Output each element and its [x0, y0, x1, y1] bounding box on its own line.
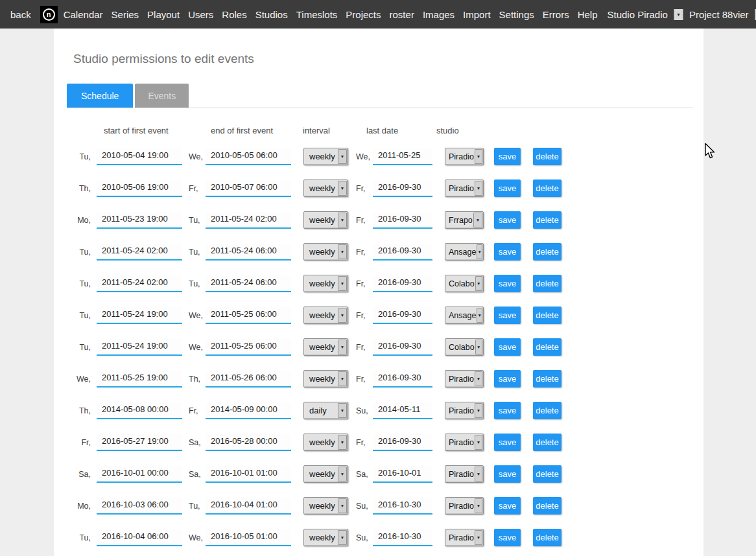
nav-item-calendar[interactable]: Calendar [64, 9, 103, 20]
end-input[interactable] [206, 498, 291, 515]
last-date-input[interactable] [373, 371, 432, 388]
delete-button[interactable]: delete [533, 338, 561, 356]
back-link[interactable]: back [0, 9, 40, 20]
save-button[interactable]: save [494, 275, 521, 292]
interval-select[interactable]: weekly ▼ [303, 180, 348, 197]
tab-schedule[interactable]: Schedule [67, 84, 133, 108]
save-button[interactable]: save [494, 148, 521, 165]
start-input[interactable] [97, 244, 182, 261]
last-date-input[interactable] [373, 529, 432, 546]
delete-button[interactable]: delete [533, 148, 561, 165]
start-input[interactable] [97, 275, 182, 292]
end-input[interactable] [206, 212, 291, 229]
interval-select[interactable]: weekly ▼ [303, 275, 348, 292]
studio-select[interactable]: Piradio ▼ [445, 529, 484, 546]
interval-select[interactable]: weekly ▼ [303, 307, 348, 324]
studio-select[interactable]: Piradio ▼ [445, 465, 484, 483]
save-button[interactable]: save [494, 338, 521, 356]
nav-item-roles[interactable]: Roles [222, 9, 246, 20]
last-date-input[interactable] [373, 307, 432, 324]
studio-select[interactable]: Piradio ▼ [445, 402, 484, 419]
delete-button[interactable]: delete [533, 211, 561, 229]
last-date-input[interactable] [373, 498, 432, 515]
end-input[interactable] [206, 180, 291, 197]
studio-select[interactable]: Colabo ▼ [445, 338, 484, 356]
start-input[interactable] [97, 307, 182, 324]
nav-item-import[interactable]: Import [463, 9, 491, 20]
end-input[interactable] [206, 307, 291, 324]
tab-events[interactable]: Events [135, 84, 189, 108]
nav-item-timeslots[interactable]: Timeslots [296, 9, 338, 20]
studio-select[interactable]: Piradio ▼ [445, 180, 484, 197]
start-input[interactable] [97, 466, 182, 483]
end-input[interactable] [206, 434, 291, 451]
save-button[interactable]: save [494, 402, 521, 419]
interval-select[interactable]: weekly ▼ [303, 211, 348, 229]
interval-select[interactable]: weekly ▼ [303, 497, 348, 515]
save-button[interactable]: save [494, 529, 521, 546]
save-button[interactable]: save [494, 307, 521, 324]
end-input[interactable] [206, 244, 291, 261]
chevron-down-icon[interactable]: ▼ [674, 9, 683, 20]
interval-select[interactable]: daily ▼ [303, 402, 348, 419]
save-button[interactable]: save [494, 434, 521, 451]
last-date-input[interactable] [373, 339, 432, 356]
delete-button[interactable]: delete [533, 243, 561, 261]
interval-select[interactable]: weekly ▼ [303, 434, 348, 451]
delete-button[interactable]: delete [533, 370, 561, 388]
delete-button[interactable]: delete [533, 307, 561, 324]
save-button[interactable]: save [494, 180, 521, 197]
nav-item-settings[interactable]: Settings [499, 9, 534, 20]
studio-select[interactable]: Piradio ▼ [445, 497, 484, 515]
interval-select[interactable]: weekly ▼ [303, 465, 348, 483]
start-input[interactable] [97, 402, 182, 419]
end-input[interactable] [206, 371, 291, 388]
save-button[interactable]: save [494, 211, 521, 229]
interval-select[interactable]: weekly ▼ [303, 338, 348, 356]
last-date-input[interactable] [373, 466, 432, 483]
start-input[interactable] [97, 180, 182, 197]
studio-select[interactable]: Piradio ▼ [445, 434, 484, 451]
nav-item-errors[interactable]: Errors [543, 9, 569, 20]
end-input[interactable] [206, 466, 291, 483]
last-date-input[interactable] [373, 275, 432, 292]
studio-nav-select[interactable]: Studio Piradio ▼ [602, 9, 683, 20]
nav-item-series[interactable]: Series [112, 9, 139, 20]
start-input[interactable] [97, 212, 182, 229]
save-button[interactable]: save [494, 497, 521, 515]
end-input[interactable] [206, 339, 291, 356]
start-input[interactable] [97, 371, 182, 388]
save-button[interactable]: save [494, 370, 521, 388]
nav-item-playout[interactable]: Playout [147, 9, 180, 20]
interval-select[interactable]: weekly ▼ [303, 529, 348, 546]
nav-item-roster[interactable]: roster [390, 9, 414, 20]
studio-select[interactable]: Piradio ▼ [445, 148, 484, 165]
piradio-logo-icon[interactable]: n [40, 6, 58, 23]
studio-select[interactable]: Colabo ▼ [445, 275, 484, 292]
studio-select[interactable]: Ansage ▼ [445, 243, 484, 261]
start-input[interactable] [97, 434, 182, 451]
nav-item-studios[interactable]: Studios [255, 9, 288, 20]
save-button[interactable]: save [494, 243, 521, 261]
delete-button[interactable]: delete [533, 180, 561, 197]
end-input[interactable] [206, 529, 291, 546]
last-date-input[interactable] [373, 148, 432, 165]
studio-select[interactable]: Frrapo ▼ [445, 211, 484, 229]
delete-button[interactable]: delete [533, 497, 561, 515]
delete-button[interactable]: delete [533, 465, 561, 483]
studio-select[interactable]: Piradio ▼ [445, 370, 484, 388]
interval-select[interactable]: weekly ▼ [303, 243, 348, 261]
interval-select[interactable]: weekly ▼ [303, 370, 348, 388]
project-nav-select[interactable]: Project 88vier ▼ [683, 9, 756, 20]
nav-item-projects[interactable]: Projects [346, 9, 381, 20]
last-date-input[interactable] [373, 212, 432, 229]
end-input[interactable] [206, 275, 291, 292]
end-input[interactable] [206, 148, 291, 165]
start-input[interactable] [97, 339, 182, 356]
start-input[interactable] [97, 498, 182, 515]
delete-button[interactable]: delete [533, 529, 561, 546]
delete-button[interactable]: delete [533, 434, 561, 451]
nav-item-users[interactable]: Users [188, 9, 213, 20]
last-date-input[interactable] [373, 244, 432, 261]
last-date-input[interactable] [373, 434, 432, 451]
